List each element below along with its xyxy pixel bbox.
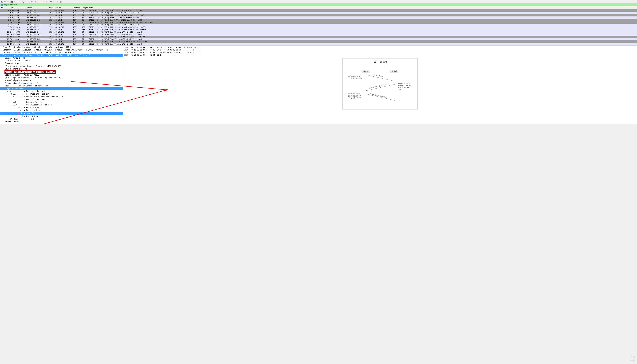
list-icon[interactable]: ≡	[45, 0, 48, 3]
diagram-client-box: 客户端	[362, 70, 370, 73]
tree-flag-aecn[interactable]: ...0 .... .... = Accurate ECN: Not set	[0, 93, 123, 96]
packet-row[interactable]: 534.344927192.168.10.242192.168.10.1TCP5…	[0, 19, 637, 21]
packet-row[interactable]: 1034.661870192.168.10.1192.168.10.242TCP…	[0, 31, 637, 33]
packet-list-pane: No. Time Source Destination Protocol Len…	[0, 6, 637, 45]
diagram-note-1: 客户端发送SYN报文，并置发送序号为X	[348, 75, 363, 80]
tree-flag-ece[interactable]: .... .0.. .... = ECN-Echo: Not set	[0, 98, 123, 101]
save-icon[interactable]: 💾	[10, 0, 13, 3]
down-icon[interactable]: ⬇	[42, 0, 45, 3]
tree-src-port[interactable]: Source Port: 54182	[0, 57, 123, 60]
tree-dst-port[interactable]: Destination Port: 51029	[0, 60, 123, 62]
packet-row[interactable]: 834.375323192.168.10.1192.168.10.242TCP1…	[0, 26, 637, 28]
packet-row[interactable]: 30.014756192.168.10.242192.168.10.1TCP54…	[0, 14, 637, 16]
packet-details-pane[interactable]: ›Frame 5: 58 bytes on wire (464 bits), 5…	[0, 46, 123, 124]
hex-row[interactable]: 001000 2c 00 d9 00 00 ff 06 24 af c0 a8 …	[124, 49, 636, 51]
folder-icon[interactable]: 📁	[7, 0, 10, 3]
tree-next-seq[interactable]: [Next Sequence Number: 1 (relative seque…	[0, 76, 123, 79]
col-len[interactable]: Length	[81, 6, 88, 9]
tcp-handshake-diagram: TCP三次握手 客户端 服务端 客户端发送SYN报文，并置发送序号为X SYN=…	[342, 58, 418, 110]
seq-num-highlight-box: Sequence Number: 0 (relative sequence nu…	[5, 70, 56, 74]
tree-flag-ack[interactable]: .... ...0 .... = Acknowledgment: Not set	[0, 104, 123, 106]
packet-row[interactable]: 1450.574316192.168.10.242192.168.10.1TCP…	[0, 40, 637, 43]
diagram-note-3: 客户端发送ACK报文，并置发送序号为x+1,确认序号为Y+1	[348, 93, 363, 99]
skip-start-icon[interactable]: ⇤	[31, 0, 34, 3]
tree-seq-num[interactable]: Sequence Number: 0 (relative sequence nu…	[0, 70, 123, 74]
tree-ack-num[interactable]: Acknowledgment Number: 0	[0, 79, 123, 82]
tree-flag-cwr[interactable]: .... 0... .... = Congestion Window Reduc…	[0, 96, 123, 98]
tree-flag-urg[interactable]: .... ..0. .... = Urgent: Not set	[0, 101, 123, 104]
tree-conv-complete[interactable]: [Conversation completeness: Complete, WI…	[0, 65, 123, 68]
col-time[interactable]: Time	[10, 6, 25, 9]
up-icon[interactable]: ⬆	[39, 0, 41, 3]
tree-hdr-len[interactable]: 0110 .... = Header Length: 24 bytes (6)	[0, 84, 123, 87]
tree-frame[interactable]: ›Frame 5: 58 bytes on wire (464 bits), 5…	[0, 46, 123, 48]
diagram-title: TCP三次握手	[343, 58, 417, 66]
col-dest[interactable]: Destination	[49, 6, 72, 9]
columns-icon[interactable]: ▥	[59, 0, 62, 3]
tree-stream-index[interactable]: [Stream index: 1]	[0, 62, 123, 65]
packet-row[interactable]: 634.345105192.168.10.1192.168.10.242TCP5…	[0, 21, 637, 24]
svg-line-2	[366, 94, 395, 100]
tree-flag-fin[interactable]: .... .... ...0 = Fin: Not set	[0, 115, 123, 118]
zoom-in-icon[interactable]: ⊕	[50, 0, 52, 3]
packet-row[interactable]: 10.000000192.168.10.1192.168.10.242TCP54…	[0, 9, 637, 12]
tree-ethernet[interactable]: ›Ethernet II, Src: AltoBeam_7a:71:7a (88…	[0, 48, 123, 51]
tree-ip[interactable]: ›Internet Protocol Version 4, Src: 192.1…	[0, 51, 123, 54]
display-filter-input[interactable]	[4, 4, 636, 6]
packet-row[interactable]: 1350.568981192.168.10.242192.168.10.1TCP…	[0, 38, 637, 40]
col-proto[interactable]: Protocol	[72, 6, 81, 9]
tree-seg-len[interactable]: [TCP Segment Len: 0]	[0, 68, 123, 70]
arrow-left-icon[interactable]: ←	[25, 0, 27, 3]
display-filter-bar	[0, 3, 637, 6]
blank-icon[interactable]: ▭	[4, 0, 7, 3]
hex-row[interactable]: 000044 27 f3 76 c4 7a 88 28 7d 7a 71 7a …	[124, 46, 636, 49]
tree-window[interactable]: Window: 29200	[0, 120, 123, 123]
syn-flag-highlight-box: ..1. = Syn: Set	[18, 112, 36, 115]
skip-end-icon[interactable]: ⇥	[34, 0, 37, 3]
diagram-area: TCP三次握手 客户端 服务端 客户端发送SYN报文，并置发送序号为X SYN=…	[123, 57, 637, 124]
packet-row[interactable]: 734.354406192.168.10.242192.168.10.1TCP5…	[0, 24, 637, 26]
packet-row[interactable]: 1550.574451192.168.10.1192.168.10.242TCP…	[0, 43, 637, 45]
packet-row[interactable]: 40.014870192.168.10.1192.168.10.242TCP54…	[0, 16, 637, 19]
tree-flag-syn[interactable]: ›.... .... ..1. = Syn: Set	[0, 112, 123, 115]
packet-list-header: No. Time Source Destination Protocol Len…	[0, 6, 637, 9]
packet-row[interactable]: 934.661753192.168.10.242192.168.10.1TCP2…	[0, 28, 637, 31]
reload-icon[interactable]: ↻	[18, 0, 21, 3]
main-toolbar: ◧ ▭ 📁 💾 ✕ ↻ 🔍 ← → ⇤ ⇥ ⬆ ⬇ ≡ ⊕ ⊖ ⊙ ▥	[0, 0, 637, 3]
hex-row[interactable]: 00200a 01 d3 a6 c7 55 01 5e 02 ab 00 00 …	[124, 51, 636, 54]
tree-flag-reserved[interactable]: 000. .... .... = Reserved: Not set	[0, 90, 123, 93]
tree-flags[interactable]: ⌄Flags: 0x002 (SYN)	[0, 87, 123, 90]
file-icon[interactable]: ◧	[1, 0, 3, 3]
packet-row[interactable]: 1134.883636192.168.10.242192.168.10.1TCP…	[0, 33, 637, 36]
zoom-fit-icon[interactable]: ⊙	[56, 0, 59, 3]
diagram-note-2: 服务端发送SYN和ACK报文，并置发送序号为Y,确认序号为X+1	[398, 82, 413, 90]
col-no[interactable]: No.	[0, 6, 10, 9]
tree-tcp[interactable]: ⌄Transmission Control Protocol, Src Port…	[0, 54, 123, 57]
close-icon[interactable]: ✕	[14, 0, 16, 3]
arrow-right-icon[interactable]: →	[28, 0, 30, 3]
packet-bytes-pane[interactable]: 000044 27 f3 76 c4 7a 88 28 7d 7a 71 7a …	[123, 46, 637, 57]
diagram-server-box: 服务端	[390, 70, 398, 73]
hex-row[interactable]: 003072 10 f0 cc 00 00 02 04 05 b4r······…	[124, 54, 636, 56]
col-source[interactable]: Source	[25, 6, 49, 9]
tree-seq-raw[interactable]: Sequence Number (raw): 22938283	[0, 74, 123, 76]
col-info[interactable]: Info	[88, 6, 637, 9]
tree-flag-rst[interactable]: .... .... .0.. = Reset: Not set	[0, 109, 123, 112]
packet-row[interactable]: 1250.057438192.168.10.1192.168.10.242TCP…	[0, 36, 637, 38]
packet-row[interactable]: 20.014648192.168.10.242192.168.10.1TCP54…	[0, 12, 637, 14]
bookmark-icon[interactable]	[1, 4, 3, 6]
diagram-arrows-svg	[366, 73, 395, 105]
zoom-out-icon[interactable]: ⊖	[53, 0, 56, 3]
search-icon[interactable]: 🔍	[21, 0, 24, 3]
